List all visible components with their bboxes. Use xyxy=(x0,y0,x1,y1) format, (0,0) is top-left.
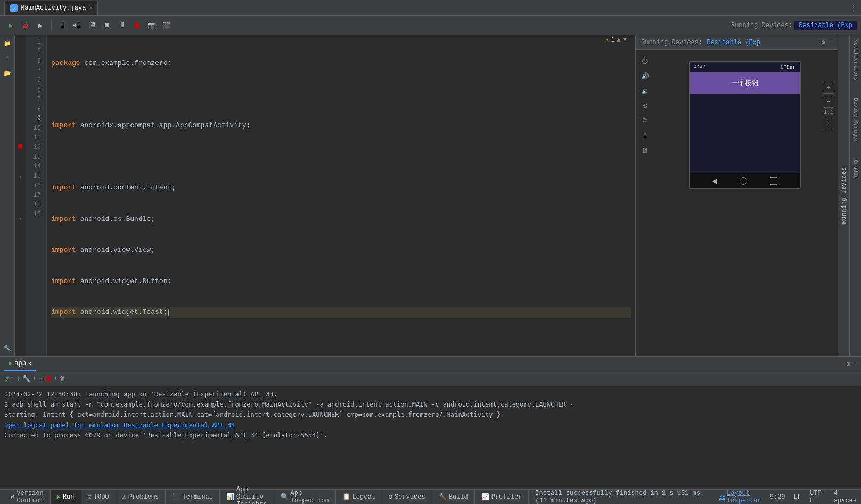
run-pause-btn[interactable]: ⬇ xyxy=(54,375,58,383)
status-tab-services[interactable]: ⚙ Services xyxy=(382,490,432,504)
power-btn[interactable]: ⏻ xyxy=(639,55,651,67)
status-tab-todo[interactable]: ☑ TODO xyxy=(81,490,116,504)
running-devices-vert-tab[interactable]: Running Devices xyxy=(838,35,849,356)
line-num-17: 17 xyxy=(26,191,44,200)
stop-button[interactable]: ⏹ xyxy=(130,19,143,32)
vol-up-btn[interactable]: 🔊 xyxy=(639,70,651,82)
line-num-18: 18 xyxy=(26,200,44,210)
status-tab-app-quality[interactable]: 📊 App Quality Insights xyxy=(220,490,274,504)
topbar-more-icon[interactable]: ⋮ xyxy=(850,4,857,12)
run-tab-close[interactable]: ✕ xyxy=(28,360,31,367)
nav-recents[interactable] xyxy=(770,177,777,185)
build-variants-icon[interactable]: 🔧 xyxy=(2,342,13,354)
device-manager-button[interactable]: 📱 xyxy=(56,19,69,32)
zoom-controls: + − 1:1 ⊡ xyxy=(823,82,834,129)
run-scroll-down-btn[interactable]: ↓ xyxy=(16,375,20,383)
panel-header-controls: ⚙ − xyxy=(822,38,832,46)
rotate-btn[interactable]: ⟲ xyxy=(639,100,651,112)
record-button[interactable]: ⏺ xyxy=(101,19,113,32)
run-sort-btn[interactable]: ⬇ xyxy=(32,375,36,383)
logcat-link[interactable]: Open logcat panel for emulator Resizable… xyxy=(4,422,235,429)
warning-nav-up[interactable]: ▲ xyxy=(617,36,621,44)
line-num-2: 2 xyxy=(26,47,44,56)
gutter-1 xyxy=(15,37,26,48)
device-time: 4:47 xyxy=(694,64,706,70)
status-tab-profiler[interactable]: 📈 Profiler xyxy=(475,490,529,504)
desktop-btn[interactable]: 🖥 xyxy=(639,145,651,156)
warning-icon: ⚠ xyxy=(605,37,609,44)
run-stop-btn[interactable]: ⏹ xyxy=(45,375,52,383)
screenshot-button[interactable]: 📷 xyxy=(145,19,158,32)
warning-indicator[interactable]: ⚠ 1 ▲ ▼ xyxy=(605,36,627,44)
encoding-display[interactable]: UTF-8 xyxy=(810,490,825,505)
status-tab-app-inspection[interactable]: 🔍 App Inspection xyxy=(274,490,336,504)
device-selector[interactable]: Resizable (Exp xyxy=(794,21,857,30)
gutter-12 xyxy=(15,152,26,162)
device-manager-label[interactable]: Device Manager xyxy=(851,96,859,145)
coverage-button[interactable]: ▶ xyxy=(34,19,47,32)
layout-inspector-link[interactable]: ⚏ Layout Inspector xyxy=(719,490,761,505)
gutter-10 xyxy=(15,131,26,142)
fit-screen-btn[interactable]: ⊡ xyxy=(823,118,834,129)
status-bar: ⇄ Version Control ▶ Run ☑ TODO ⚠ Problem… xyxy=(0,489,861,504)
running-devices-vert-label: Running Devices xyxy=(841,167,847,224)
topbar-right: ⋮ xyxy=(850,4,857,12)
bottom-minimize-btn[interactable]: − xyxy=(852,360,857,368)
project-icon[interactable]: 📁 xyxy=(2,37,13,49)
screenrecord-button[interactable]: 🎬 xyxy=(160,19,173,32)
tab-bar: J MainActivity.java ✕ ⋮ xyxy=(0,0,861,16)
run-tab-label: app xyxy=(14,360,26,367)
run-filter-btn[interactable]: 🔧 xyxy=(22,375,30,383)
run-tab[interactable]: ▶ app ✕ xyxy=(4,357,36,371)
status-tab-problems[interactable]: ⚠ Problems xyxy=(116,490,166,504)
panel-settings-btn[interactable]: ⚙ xyxy=(822,38,825,46)
notifications-label[interactable]: Notifications xyxy=(851,37,859,83)
run-scroll-up-btn[interactable]: ↑ xyxy=(10,375,14,383)
fold-btn[interactable]: ⧉ xyxy=(639,115,651,127)
bottom-panel-controls: ⚙ − xyxy=(846,360,857,368)
status-tab-run[interactable]: ▶ Run xyxy=(51,490,81,504)
tab-close-button[interactable]: ✕ xyxy=(89,5,92,11)
device-signal: LTE▮▮ xyxy=(781,64,795,70)
code-editor[interactable]: ▾ ▾ 1 2 3 4 5 6 xyxy=(15,35,635,356)
nav-home[interactable] xyxy=(740,177,747,185)
bookmark-icon[interactable]: ☆ xyxy=(2,50,13,62)
line-ending-display[interactable]: LF xyxy=(794,493,801,501)
tablet-btn[interactable]: 📱 xyxy=(639,130,651,142)
zoom-out-btn[interactable]: − xyxy=(823,96,834,108)
run-clear-btn[interactable]: 🗑 xyxy=(60,375,66,383)
fold-arrow-14[interactable]: ▾ xyxy=(19,174,22,180)
debug-button[interactable]: 🐞 xyxy=(19,19,32,32)
run-button[interactable]: ▶ xyxy=(4,19,17,32)
nav-back[interactable]: ◀ xyxy=(712,176,717,186)
avd-button[interactable]: 📲 xyxy=(71,19,84,32)
run-rerun-btn[interactable]: ↺ xyxy=(4,375,8,383)
zoom-in-btn[interactable]: + xyxy=(823,82,834,94)
line-num-16: 16 xyxy=(26,181,44,191)
bottom-settings-btn[interactable]: ⚙ xyxy=(846,360,850,368)
fold-arrow-18[interactable]: ▾ xyxy=(19,216,22,222)
install-status-msg: Install successfully finished in 1 s 131… xyxy=(529,490,719,505)
warning-nav-down[interactable]: ▼ xyxy=(623,36,627,44)
status-tab-terminal[interactable]: ⬛ Terminal xyxy=(166,490,220,504)
status-tab-build[interactable]: 🔨 Build xyxy=(432,490,475,504)
mirror-button[interactable]: 🖥 xyxy=(86,19,99,32)
vol-down-btn[interactable]: 🔉 xyxy=(639,85,651,97)
status-tab-version-control[interactable]: ⇄ Version Control xyxy=(4,490,51,504)
code-line-6: import android.os.Bundle; xyxy=(51,214,631,225)
run-toolbar: ↺ ↑ ↓ 🔧 ⬇ ⇥ ⏹ ⬇ 🗑 xyxy=(0,371,861,386)
pause-button[interactable]: ⏸ xyxy=(116,19,128,32)
gradle-label[interactable]: Gradle xyxy=(851,158,859,181)
device-preview: ⏻ 🔊 🔉 ⟲ ⧉ 📱 🖥 4:47 LTE▮▮ 一个按钮 xyxy=(636,50,838,356)
run-wrap-btn[interactable]: ⇥ xyxy=(39,375,43,383)
tab-main-activity[interactable]: J MainActivity.java ✕ xyxy=(4,1,98,15)
running-devices-label: Running Devices: xyxy=(731,22,792,29)
logcat-label: Logcat xyxy=(352,493,375,501)
run-label: Run xyxy=(63,493,75,501)
right-panel-header: Running Devices: Resizable (Exp ⚙ − xyxy=(636,35,838,50)
status-tab-logcat[interactable]: 📋 Logcat xyxy=(336,490,382,504)
code-text[interactable]: package com.example.fromzero; import and… xyxy=(47,35,635,356)
indent-display[interactable]: 4 spaces xyxy=(834,490,857,505)
resource-icon[interactable]: 📂 xyxy=(2,67,13,79)
panel-minimize-btn[interactable]: − xyxy=(829,38,832,46)
